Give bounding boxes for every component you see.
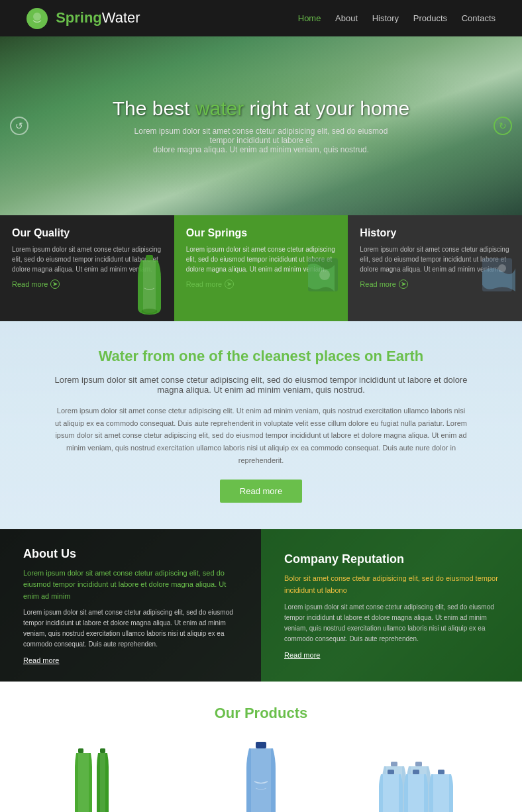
product-item-2: Ipsum dolor sit amet co Lorem ipsum dolo… xyxy=(189,742,333,812)
hero-title-accent: water xyxy=(195,97,244,119)
about-section: About Us Lorem ipsum dolor sit amet cons… xyxy=(0,529,522,682)
feature-springs-image xyxy=(305,255,341,315)
svg-rect-10 xyxy=(100,748,105,753)
feature-springs: Our Springs Lorem ipsum dolor sit amet c… xyxy=(174,215,348,321)
hero-background xyxy=(0,36,522,215)
svg-point-3 xyxy=(141,309,157,314)
hero-section: ↺ The best water right at your home Lore… xyxy=(0,36,522,215)
nav-contacts[interactable]: Contacts xyxy=(462,13,496,23)
svg-rect-17 xyxy=(413,770,419,774)
product-image-3 xyxy=(346,742,489,812)
svg-rect-15 xyxy=(415,762,422,766)
svg-rect-12 xyxy=(256,742,266,748)
hero-prev-arrow[interactable]: ↺ xyxy=(10,117,28,135)
main-nav: Home About History Products Contacts xyxy=(286,13,496,23)
reputation-readmore[interactable]: Read more xyxy=(284,651,499,659)
feature-history-image xyxy=(479,255,515,315)
reputation-panel: Company Reputation Bolor sit amet conse … xyxy=(261,529,522,682)
read-more-circle-icon: ➤ xyxy=(50,279,60,289)
feature-quality-image xyxy=(131,255,168,315)
read-more-circle-icon3: ➤ xyxy=(399,279,408,289)
feature-quality-title: Our Quality xyxy=(12,227,162,239)
about-us-title: About Us xyxy=(23,547,238,561)
hero-title-normal: The best xyxy=(113,97,195,119)
logo-bold: Spring xyxy=(56,9,102,25)
nav-about[interactable]: About xyxy=(335,13,358,23)
water-readmore-button[interactable]: Read more xyxy=(220,480,302,503)
about-us-highlight: Lorem ipsum dolor sit amet conse ctetur … xyxy=(23,568,238,603)
water-title: Water from one of the cleanest places on… xyxy=(53,348,469,365)
svg-rect-8 xyxy=(78,748,83,753)
hero-subtitle: Lorem ipsum dolor sit amet conse ctetur … xyxy=(129,127,393,154)
hero-title-rest: right at your home xyxy=(244,97,409,119)
about-us-body: Lorem ipsum dolor sit amet conse ctetur … xyxy=(23,607,238,650)
svg-point-7 xyxy=(498,264,506,272)
hero-title: The best water right at your home xyxy=(113,97,410,120)
feature-springs-title: Our Springs xyxy=(186,227,337,239)
svg-rect-16 xyxy=(388,770,394,774)
features-section: Our Quality Lorem ipsum dolor sit amet c… xyxy=(0,215,522,321)
hero-next-arrow[interactable]: ↻ xyxy=(494,117,512,135)
product-image-2 xyxy=(189,742,333,812)
water-body: Lorem ipsum dolor sit amet conse ctetur … xyxy=(53,405,469,466)
svg-rect-2 xyxy=(146,255,153,260)
about-us-readmore[interactable]: Read more xyxy=(23,656,238,664)
reputation-highlight: Bolor sit amet conse ctetur adipisicing … xyxy=(284,573,499,596)
reputation-body: Lorem ipsum dolor sit amet conse ctetur … xyxy=(284,602,499,644)
water-section: Water from one of the cleanest places on… xyxy=(0,321,522,529)
product-item-3: Excepteur sint occaeca Lorem ipsum dolor… xyxy=(346,742,489,812)
products-grid: Lorem ipsum dolor sit amet co Lorem ipsu… xyxy=(33,742,489,812)
water-subtitle: Lorem ipsum dolor sit amet conse ctetur … xyxy=(53,375,469,395)
products-section: Our Products Lorem ipsum dolor sit ame xyxy=(0,682,522,812)
feature-quality: Our Quality Lorem ipsum dolor sit amet c… xyxy=(0,215,174,321)
logo-light: Water xyxy=(102,9,140,25)
products-title: Our Products xyxy=(33,705,489,722)
reputation-title: Company Reputation xyxy=(284,552,499,566)
about-us-panel: About Us Lorem ipsum dolor sit amet cons… xyxy=(0,529,261,682)
nav-home[interactable]: Home xyxy=(298,13,321,23)
product-item-1: Lorem ipsum dolor sit amet co Lorem ipsu… xyxy=(33,742,176,812)
logo[interactable]: SpringWater xyxy=(26,8,140,29)
svg-rect-14 xyxy=(391,762,397,766)
product-image-1 xyxy=(33,742,176,812)
svg-point-5 xyxy=(319,270,330,280)
feature-history-title: History xyxy=(360,227,510,239)
svg-point-1 xyxy=(33,13,41,21)
feature-history: History Lorem ipsum dolor sit amet conse… xyxy=(348,215,522,321)
header: SpringWater Home About History Products … xyxy=(0,0,522,36)
nav-products[interactable]: Products xyxy=(413,13,447,23)
nav-history[interactable]: History xyxy=(372,13,399,23)
svg-rect-18 xyxy=(438,770,444,774)
logo-circle xyxy=(26,8,48,29)
read-more-circle-icon2: ➤ xyxy=(225,279,234,289)
